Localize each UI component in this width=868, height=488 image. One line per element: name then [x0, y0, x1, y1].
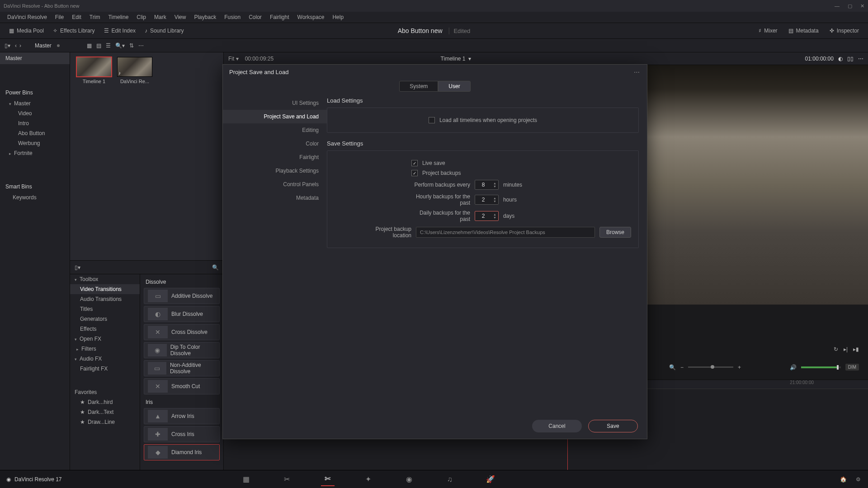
fx-audio-transitions[interactable]: Audio Transitions	[70, 294, 140, 304]
inspector-button[interactable]: ✜Inspector	[825, 26, 863, 36]
end-icon[interactable]: ▸▮	[853, 346, 859, 352]
panel-menu-icon[interactable]: ▯▾	[5, 42, 10, 49]
volume-slider[interactable]	[801, 366, 841, 368]
fit-dropdown[interactable]: Fit ▾	[228, 56, 239, 62]
menu-timeline[interactable]: Timeline	[104, 13, 132, 21]
smart-keywords[interactable]: Keywords	[0, 192, 70, 202]
favorite-item[interactable]: ★Draw...Line	[70, 417, 140, 427]
nav-back-icon[interactable]: ‹	[15, 42, 17, 49]
deliver-page-icon[interactable]: 🚀	[484, 473, 497, 486]
menu-mark[interactable]: Mark	[151, 13, 170, 21]
save-button[interactable]: Save	[588, 420, 638, 432]
spin-up-icon[interactable]: ▲	[493, 213, 496, 216]
zoom-in-icon[interactable]: +	[738, 364, 741, 371]
nav-playback[interactable]: Playback Settings	[223, 164, 327, 178]
power-master[interactable]: Master	[0, 99, 70, 108]
maximize-icon[interactable]: ▢	[848, 3, 852, 9]
dim-button[interactable]: DIM	[845, 364, 859, 371]
bin-werbung[interactable]: Werbung	[0, 138, 70, 148]
menu-davinci[interactable]: DaVinci Resolve	[4, 13, 51, 21]
sound-library-button[interactable]: ♪Sound Library	[140, 26, 189, 36]
home-icon[interactable]: 🏠	[840, 476, 847, 483]
metadata-button[interactable]: ▤Metadata	[784, 26, 823, 36]
fx-filters[interactable]: Filters	[70, 344, 140, 354]
loop-icon[interactable]: ↻	[834, 346, 838, 352]
settings-gear-icon[interactable]: ⚙	[856, 476, 861, 483]
live-save-checkbox[interactable]	[411, 160, 418, 166]
media-page-icon[interactable]: ▦	[240, 473, 253, 486]
menu-fusion[interactable]: Fusion	[221, 13, 244, 21]
zoom-slider[interactable]	[688, 366, 733, 368]
list-view-icon[interactable]: ☰	[106, 42, 111, 49]
backup-interval-spinner[interactable]: ▲▼	[475, 180, 499, 190]
nav-ui-settings[interactable]: UI Settings	[223, 96, 327, 110]
daily-spinner[interactable]: ▲▼	[475, 211, 499, 221]
nav-control-panels[interactable]: Control Panels	[223, 178, 327, 191]
strip-view-icon[interactable]: ▤	[96, 42, 101, 49]
thumbnail-view-icon[interactable]: ▦	[87, 42, 92, 49]
bin-abo-button[interactable]: Abo Button	[0, 128, 70, 138]
menu-file[interactable]: File	[52, 13, 67, 21]
mixer-button[interactable]: ♯Mixer	[754, 26, 782, 36]
daily-input[interactable]	[475, 213, 491, 219]
spin-down-icon[interactable]: ▼	[493, 216, 496, 219]
project-backups-checkbox[interactable]	[411, 170, 418, 176]
options-icon[interactable]: ⋯	[138, 42, 144, 49]
timeline-selector[interactable]: Timeline 1	[441, 56, 466, 62]
fx-titles[interactable]: Titles	[70, 304, 140, 314]
search-icon[interactable]: 🔍	[212, 264, 219, 271]
favorite-item[interactable]: ★Dark...Text	[70, 407, 140, 417]
options-icon[interactable]: ⋯	[858, 56, 863, 62]
bypass-icon[interactable]: ◐	[838, 56, 843, 62]
fusion-page-icon[interactable]: ✦	[362, 473, 375, 486]
nav-fwd-icon[interactable]: ›	[19, 42, 21, 49]
clip-thumb[interactable]: ♪ DaVinci Re...	[117, 57, 152, 84]
menu-fairlight[interactable]: Fairlight	[266, 13, 293, 21]
fx-openfx[interactable]: Open FX	[70, 334, 140, 344]
fx-generators[interactable]: Generators	[70, 314, 140, 324]
transition-item[interactable]: ✕Cross Dissolve	[144, 324, 220, 340]
search-icon[interactable]: 🔍▾	[115, 42, 125, 49]
edit-index-button[interactable]: ☰Edit Index	[99, 26, 140, 36]
hourly-input[interactable]	[475, 197, 491, 203]
bin-video[interactable]: Video	[0, 108, 70, 118]
master-bin[interactable]: Master	[0, 52, 70, 64]
bin-intro[interactable]: Intro	[0, 118, 70, 128]
close-icon[interactable]: ✕	[860, 3, 864, 9]
zoom-search-icon[interactable]: 🔍	[669, 364, 676, 371]
browse-button[interactable]: Browse	[599, 227, 631, 238]
effects-library-button[interactable]: ✧Effects Library	[48, 26, 99, 36]
tab-system[interactable]: System	[399, 81, 438, 92]
next-icon[interactable]: ▸|	[844, 346, 848, 352]
menu-help[interactable]: Help	[329, 13, 347, 21]
hourly-spinner[interactable]: ▲▼	[475, 195, 499, 205]
nav-metadata[interactable]: Metadata	[223, 191, 327, 205]
fx-effects[interactable]: Effects	[70, 324, 140, 334]
menu-view[interactable]: View	[171, 13, 190, 21]
fairlight-page-icon[interactable]: ♫	[443, 473, 457, 486]
volume-icon[interactable]: 🔊	[790, 364, 797, 371]
sort-icon[interactable]: ⇅	[129, 42, 134, 49]
clip-thumb[interactable]: Timeline 1	[76, 57, 112, 84]
nav-fairlight[interactable]: Fairlight	[223, 150, 327, 164]
cut-page-icon[interactable]: ✂	[280, 473, 294, 486]
nav-project-save[interactable]: Project Save and Load	[223, 110, 327, 123]
backup-interval-input[interactable]	[475, 182, 491, 188]
menu-workspace[interactable]: Workspace	[294, 13, 328, 21]
transition-item[interactable]: ▲Arrow Iris	[144, 408, 220, 424]
menu-clip[interactable]: Clip	[133, 13, 150, 21]
favorite-item[interactable]: ★Dark...hird	[70, 397, 140, 407]
fx-toolbox[interactable]: Toolbox	[70, 274, 140, 284]
fx-fairlight-fx[interactable]: Fairlight FX	[70, 364, 140, 374]
spin-down-icon[interactable]: ▼	[493, 200, 496, 203]
transition-item[interactable]: ✚Cross Iris	[144, 426, 220, 442]
spin-up-icon[interactable]: ▲	[493, 197, 496, 200]
transition-item[interactable]: ◐Blur Dissolve	[144, 306, 220, 322]
menu-edit[interactable]: Edit	[68, 13, 85, 21]
transition-item[interactable]: ◆Diamond Iris	[144, 444, 220, 460]
fx-video-transitions[interactable]: Video Transitions	[70, 284, 140, 294]
backup-location-input[interactable]	[416, 227, 595, 238]
fx-audiofx[interactable]: Audio FX	[70, 354, 140, 364]
tab-user[interactable]: User	[438, 81, 470, 92]
load-all-checkbox[interactable]	[429, 117, 435, 123]
